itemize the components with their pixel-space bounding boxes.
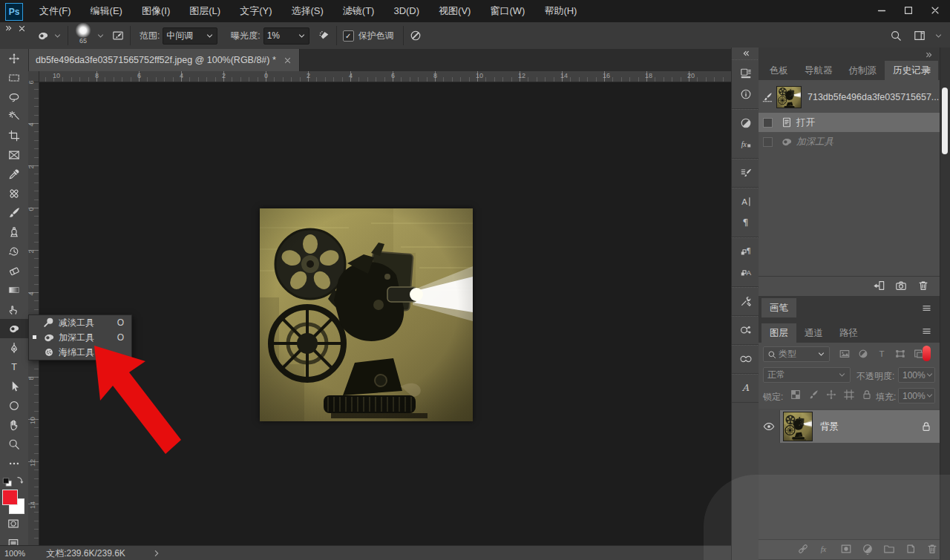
blend-mode-select[interactable]: 正常 xyxy=(763,367,851,383)
double-arrow-icon[interactable] xyxy=(4,24,13,33)
close-tab-icon[interactable] xyxy=(284,56,292,65)
menu-item[interactable]: 选择(S) xyxy=(281,0,332,22)
filter-shape-layers-icon[interactable] xyxy=(894,348,906,360)
vertical-ruler[interactable] xyxy=(28,82,39,545)
panel-tab-通道[interactable]: 通道 xyxy=(796,323,831,343)
move-tool[interactable] xyxy=(0,49,28,68)
panel-icon-info[interactable] xyxy=(732,84,759,105)
burn-tool[interactable] xyxy=(0,319,28,338)
lock-all-icon[interactable] xyxy=(861,389,873,401)
menu-item[interactable]: 窗口(W) xyxy=(480,0,534,22)
menu-item[interactable]: 文字(Y) xyxy=(230,0,281,22)
chevron-down-icon[interactable] xyxy=(96,32,105,40)
panel-icon-character-styles[interactable]: A xyxy=(732,262,759,283)
layer-visibility-eye-icon[interactable] xyxy=(763,421,775,432)
history-state-加深工具[interactable]: 加深工具 xyxy=(759,132,940,151)
marquee-tool[interactable] xyxy=(0,68,28,88)
panel-menu-icon[interactable] xyxy=(921,303,932,314)
lock-pixels-icon[interactable] xyxy=(808,389,819,401)
filter-pixel-layers-icon[interactable] xyxy=(839,348,851,360)
brush-preset-picker[interactable]: 65 xyxy=(74,27,92,44)
type-tool[interactable]: T xyxy=(0,358,28,377)
brush-tool[interactable] xyxy=(0,203,28,223)
magic-wand-tool[interactable] xyxy=(0,107,28,126)
panel-icon-character[interactable]: A xyxy=(732,191,759,212)
edit-toolbar[interactable] xyxy=(0,454,28,473)
panel-icon-brush-settings[interactable] xyxy=(732,162,759,183)
menu-item[interactable]: 文件(F) xyxy=(30,0,81,22)
lock-artboard-icon[interactable] xyxy=(843,389,855,401)
filter-adjustment-layers-icon[interactable] xyxy=(857,348,869,360)
menu-item[interactable]: 图像(I) xyxy=(132,0,180,22)
close-button[interactable] xyxy=(922,0,949,21)
history-source-well[interactable] xyxy=(763,137,773,147)
panel-menu-icon[interactable] xyxy=(921,326,932,337)
swap-colors-icon[interactable] xyxy=(15,475,27,487)
protect-tones-checkbox[interactable]: ✓ xyxy=(343,30,354,42)
panel-icon-adjustments[interactable] xyxy=(732,113,759,134)
minimize-button[interactable] xyxy=(868,0,895,21)
history-source-well[interactable] xyxy=(763,118,773,128)
search-icon[interactable] xyxy=(890,30,902,42)
workspace-switcher-icon[interactable] xyxy=(914,30,926,42)
layer-filter-toggle[interactable] xyxy=(923,346,931,361)
pen-tool[interactable] xyxy=(0,338,28,358)
panel-icon-glyphs[interactable]: A xyxy=(732,378,759,398)
panel-icon-tool-presets[interactable] xyxy=(732,291,759,312)
panel-tab-导航器[interactable]: 导航器 xyxy=(796,61,841,80)
collapse-panels-icon[interactable] xyxy=(925,50,934,62)
history-brush-tool[interactable] xyxy=(0,242,28,261)
toggle-brush-panel-icon[interactable] xyxy=(112,30,124,42)
zoom-tool[interactable] xyxy=(0,435,28,454)
default-colors-icon[interactable] xyxy=(1,476,13,488)
eraser-tool[interactable] xyxy=(0,261,28,280)
lock-position-icon[interactable] xyxy=(825,389,837,401)
new-document-from-state-icon[interactable] xyxy=(873,280,885,291)
panel-scrollbar-thumb[interactable] xyxy=(942,88,948,154)
maximize-button[interactable] xyxy=(895,0,922,21)
menu-item[interactable]: 3D(D) xyxy=(384,0,429,22)
airbrush-icon[interactable] xyxy=(318,30,330,42)
panel-icon-creative-cloud[interactable] xyxy=(732,349,759,369)
panel-icon-styles[interactable]: fx xyxy=(732,134,759,154)
path-select-tool[interactable] xyxy=(0,377,28,396)
panel-tab-路径[interactable]: 路径 xyxy=(831,323,866,343)
frame-tool[interactable] xyxy=(0,145,28,165)
chevron-down-icon[interactable] xyxy=(53,32,62,40)
menu-item[interactable]: 编辑(E) xyxy=(81,0,132,22)
menu-item[interactable]: 滤镜(T) xyxy=(333,0,384,22)
delete-state-icon[interactable] xyxy=(917,280,929,291)
flyout-item-减淡工具[interactable]: 减淡工具O xyxy=(29,315,131,330)
flyout-item-海绵工具[interactable]: 海绵工具 xyxy=(29,345,131,360)
chevron-down-icon[interactable] xyxy=(934,32,943,40)
menu-item[interactable]: 图层(L) xyxy=(180,0,230,22)
menu-item[interactable]: 视图(V) xyxy=(429,0,480,22)
lasso-tool[interactable] xyxy=(0,88,28,107)
horizontal-ruler[interactable] xyxy=(28,71,731,82)
eyedropper-tool[interactable] xyxy=(0,165,28,184)
panel-icon-share[interactable] xyxy=(732,320,759,340)
ellipse-tool[interactable] xyxy=(0,396,28,415)
gradient-tool[interactable] xyxy=(0,280,28,300)
clone-stamp-tool[interactable] xyxy=(0,223,28,242)
range-select[interactable]: 中间调 xyxy=(163,27,217,45)
healing-brush-tool[interactable] xyxy=(0,184,28,203)
menu-item[interactable]: 帮助(H) xyxy=(534,0,586,22)
new-snapshot-icon[interactable] xyxy=(895,280,907,291)
chevron-right-icon[interactable] xyxy=(152,549,161,558)
foreground-color-swatch[interactable] xyxy=(2,490,18,505)
layer-filter-select[interactable]: 类型 xyxy=(763,346,830,362)
layer-row-background[interactable]: 背景 xyxy=(759,410,940,443)
close-icon[interactable] xyxy=(18,24,26,33)
panel-icon-paragraph-styles[interactable]: ¶ xyxy=(732,241,759,262)
panel-icon-paragraph[interactable]: ¶ xyxy=(732,212,759,233)
flyout-item-加深工具[interactable]: 加深工具O xyxy=(29,330,131,345)
tablet-pressure-icon[interactable] xyxy=(410,30,422,42)
panel-tab-仿制源[interactable]: 仿制源 xyxy=(841,61,885,80)
quick-mask-icon[interactable] xyxy=(7,518,19,530)
zoom-level[interactable]: 100% xyxy=(4,549,25,558)
document-image[interactable] xyxy=(260,208,473,421)
history-snapshot-row[interactable]: 713db5fe496da3fe035715657... xyxy=(759,83,940,111)
filter-type-layers-icon[interactable]: T xyxy=(876,348,888,360)
lock-transparent-icon[interactable] xyxy=(790,389,802,401)
